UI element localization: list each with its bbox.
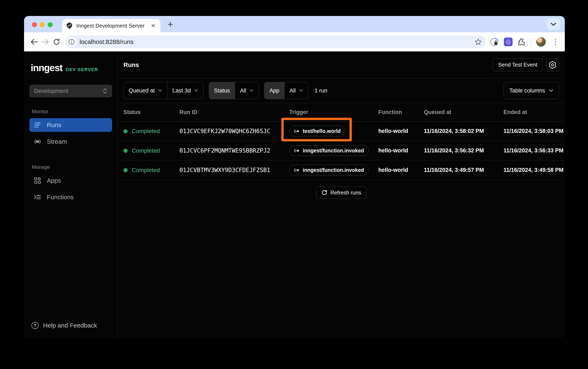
browser-tab[interactable]: Inngest Development Server ✕ [62,19,160,32]
status-text: Completed [132,147,160,154]
ended-at-time: 11/16/2024, 3:49:58 PM [503,167,564,173]
table-row[interactable]: Completed 01JCVC9EFKJ2W70WQHC6ZH6SJC tes… [118,122,565,141]
tab-search-button[interactable] [547,19,560,30]
refresh-row: Refresh runs [118,186,565,199]
run-id: 01JCVBTMV3WXY9D3CFDEJFZSB1 [179,167,289,174]
filter-bar: Queued at Last 3d Status All [118,78,565,103]
refresh-icon [321,189,328,196]
zoom-window-button[interactable] [48,22,53,27]
logo-row: inngest DEV SERVER [30,62,112,73]
toolbar-extensions: ⋮ [490,37,560,47]
chevron-down-icon [299,89,303,92]
apps-icon [34,177,41,184]
page-title: Runs [123,61,139,68]
extensions-puzzle-icon[interactable] [518,38,526,46]
chevron-down-icon [549,89,553,92]
sidebar-nav: Monitor Runs Stream Manage [30,109,112,207]
time-range-dropdown[interactable]: Last 3d [167,82,203,99]
status-dot-icon [123,168,128,172]
app-filter-dropdown[interactable]: All [284,82,308,99]
table-row[interactable]: Completed 01JCVBTMV3WXY9D3CFDEJFZSB1 inn… [118,160,565,180]
minimize-window-button[interactable] [40,22,45,27]
dev-server-badge: DEV SERVER [66,67,98,72]
run-count: 1 run [315,87,327,94]
toolbar-divider [531,38,531,46]
status-filter-dropdown[interactable]: All [235,82,259,99]
profile-avatar[interactable] [536,37,546,47]
browser-toolbar: localhost:8288/runs ⋮ [24,32,565,51]
trigger-badge[interactable]: test/hello.world [289,126,345,136]
refresh-button[interactable] [51,36,62,48]
column-header-status: Status [123,109,179,115]
browser-menu-icon[interactable]: ⋮ [551,38,560,45]
ended-at-time: 11/16/2024, 3:58:03 PM [503,128,564,134]
table-row[interactable]: Completed 01JCVC6PF2MQNMTWE95BBRZPJ2 inn… [118,141,565,160]
sidebar-item-label: Functions [47,194,74,201]
inngest-logo: inngest [31,62,62,73]
event-signal-icon [294,168,300,172]
help-icon: ? [31,322,39,329]
function-name: hello-world [378,147,424,154]
inngest-favicon-icon [66,22,73,29]
browser-window: Inngest Development Server ✕ + [24,16,565,338]
status-text: Completed [132,128,160,134]
status-cell: Completed [123,128,179,134]
run-id: 01JCVC6PF2MQNMTWE95BBRZPJ2 [179,147,289,154]
queued-at-time: 11/16/2024, 3:49:57 PM [424,167,503,173]
column-header-function: Function [378,109,424,115]
sidebar-item-stream[interactable]: Stream [30,135,112,148]
app-filter-label: App [264,82,284,99]
sidebar: inngest DEV SERVER Development Monitor [24,51,118,338]
time-filter-group: Queued at Last 3d [123,82,203,99]
sidebar-item-functions[interactable]: Functions [30,190,112,204]
sidebar-item-runs[interactable]: Runs [30,118,112,132]
queued-at-time: 11/16/2024, 3:58:02 PM [424,128,503,134]
sidebar-item-label: Stream [47,138,67,145]
inngest-app: inngest DEV SERVER Development Monitor [24,51,565,338]
browser-extension-icon[interactable] [504,38,513,46]
environment-selector[interactable]: Development [30,85,112,97]
table-header: Status Run ID Trigger Function Queued at… [118,103,565,122]
ended-at-time: 11/16/2024, 3:56:33 PM [503,147,564,154]
functions-icon [34,194,41,201]
sidebar-spacer [30,207,112,322]
trigger-cell: test/hello.world [289,126,378,136]
new-tab-button[interactable]: + [165,19,176,30]
function-name: hello-world [378,128,424,134]
column-header-run-id: Run ID [179,109,289,115]
column-header-queued-at: Queued at [424,109,503,115]
chevron-down-icon [194,89,198,92]
trigger-badge[interactable]: inngest/function.invoked [289,165,369,175]
help-and-feedback[interactable]: ? Help and Feedback [31,322,112,329]
address-bar[interactable]: localhost:8288/runs [65,35,486,48]
chevron-up-down-icon [103,88,108,94]
sidebar-item-apps[interactable]: Apps [30,174,112,187]
trigger-cell: inngest/function.invoked [289,145,378,156]
trigger-badge[interactable]: inngest/function.invoked [289,145,369,156]
browser-tab-strip: Inngest Development Server ✕ + [24,16,565,32]
onepassword-extension-icon[interactable] [490,37,499,46]
send-test-event-button[interactable]: Send Test Event [492,59,543,71]
queued-at-dropdown[interactable]: Queued at [124,82,167,99]
chevron-down-icon [158,89,162,92]
forward-button[interactable] [40,36,51,48]
table-columns-button[interactable]: Table columns [504,82,559,99]
event-signal-icon [294,149,300,153]
back-button[interactable] [29,36,40,48]
status-filter-label: Status [209,82,235,99]
settings-button[interactable] [546,59,559,71]
refresh-runs-button[interactable]: Refresh runs [316,186,367,199]
status-dot-icon [123,129,128,133]
site-info-icon[interactable] [67,37,76,47]
queued-at-time: 11/16/2024, 3:56:32 PM [424,147,503,154]
close-window-button[interactable] [32,22,37,27]
bookmark-star-icon[interactable] [474,38,482,46]
environment-selector-value: Development [34,88,68,94]
main-content: Runs Send Test Event Queued at [118,51,565,338]
trigger-cell: inngest/function.invoked [289,165,378,175]
header-actions: Send Test Event [492,59,559,71]
run-id: 01JCVC9EFKJ2W70WQHC6ZH6SJC [179,128,289,134]
help-label: Help and Feedback [43,322,97,329]
tab-close-icon[interactable]: ✕ [149,23,157,29]
event-signal-icon [294,129,300,133]
